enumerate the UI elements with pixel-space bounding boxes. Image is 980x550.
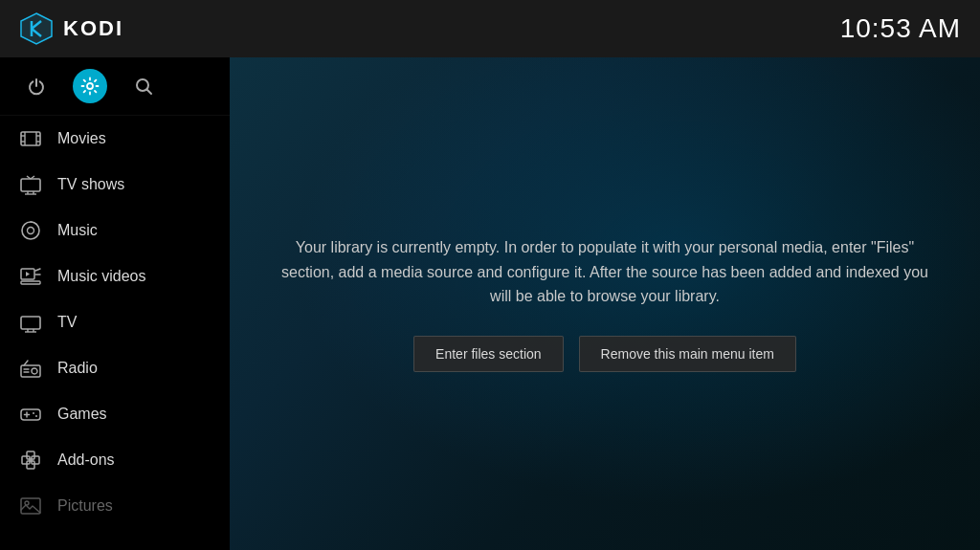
empty-library-box: Your library is currently empty. In orde…: [260, 216, 949, 391]
svg-rect-27: [21, 281, 40, 284]
svg-line-7: [147, 90, 152, 95]
gear-icon: [80, 77, 100, 96]
svg-rect-15: [21, 179, 40, 191]
movies-label: Movies: [57, 130, 106, 147]
games-icon: [19, 403, 42, 426]
remove-menu-item-button[interactable]: Remove this main menu item: [579, 336, 796, 372]
svg-point-5: [87, 83, 93, 89]
sidebar-item-tv-shows[interactable]: TV shows: [0, 162, 230, 208]
settings-button[interactable]: [73, 69, 107, 103]
music-videos-label: Music videos: [57, 268, 145, 285]
sidebar-item-pictures[interactable]: Pictures: [0, 483, 230, 529]
svg-point-41: [35, 415, 37, 417]
clock: 10:53 AM: [840, 13, 961, 44]
search-icon: [134, 77, 153, 96]
svg-line-25: [35, 269, 40, 271]
svg-rect-44: [27, 461, 34, 469]
svg-rect-28: [21, 317, 40, 329]
svg-point-47: [25, 501, 29, 505]
sidebar-item-games[interactable]: Games: [0, 391, 230, 437]
power-button[interactable]: [19, 69, 54, 103]
sidebar-item-add-ons[interactable]: Add-ons: [0, 437, 230, 483]
kodi-logo-icon: [19, 11, 54, 46]
enter-files-button[interactable]: Enter files section: [413, 336, 564, 372]
sidebar-item-music-videos[interactable]: Music videos: [0, 253, 230, 299]
add-ons-label: Add-ons: [57, 451, 115, 469]
sidebar-item-music[interactable]: Music: [0, 208, 230, 253]
svg-rect-8: [21, 132, 40, 145]
sidebar-item-radio[interactable]: Radio: [0, 345, 230, 391]
app-title: KODI: [63, 16, 123, 41]
movies-icon: [19, 127, 42, 150]
tv-shows-label: TV shows: [57, 176, 124, 193]
music-videos-icon: [19, 265, 42, 288]
tv-icon: [19, 311, 42, 334]
music-label: Music: [57, 222, 98, 239]
svg-rect-45: [27, 451, 34, 459]
top-bar: KODI 10:53 AM: [0, 0, 980, 57]
svg-rect-42: [22, 456, 30, 464]
tv-shows-icon: [19, 173, 42, 196]
search-button[interactable]: [126, 69, 161, 103]
add-ons-icon: [19, 449, 42, 472]
svg-rect-46: [21, 498, 40, 514]
sidebar-item-movies[interactable]: Movies: [0, 116, 230, 162]
sidebar-item-tv[interactable]: TV: [0, 299, 230, 345]
tv-label: TV: [57, 314, 77, 331]
svg-point-33: [32, 368, 37, 374]
sidebar: Movies TV shows: [0, 57, 230, 550]
svg-point-40: [33, 412, 34, 414]
empty-library-message: Your library is currently empty. In orde…: [279, 235, 930, 309]
pictures-icon: [19, 495, 42, 517]
sidebar-nav: Movies TV shows: [0, 116, 230, 550]
sidebar-icons-row: [0, 57, 230, 116]
games-label: Games: [57, 406, 107, 423]
main-layout: Movies TV shows: [0, 57, 980, 550]
svg-marker-24: [26, 272, 30, 276]
svg-point-22: [28, 228, 34, 234]
radio-icon: [19, 357, 42, 380]
power-icon: [27, 77, 46, 96]
action-buttons: Enter files section Remove this main men…: [279, 336, 930, 372]
content-area: Your library is currently empty. In orde…: [230, 57, 980, 550]
svg-rect-43: [32, 456, 39, 464]
app-branding: KODI: [19, 11, 123, 46]
pictures-label: Pictures: [57, 497, 113, 515]
music-icon: [19, 219, 42, 242]
radio-label: Radio: [57, 360, 98, 377]
